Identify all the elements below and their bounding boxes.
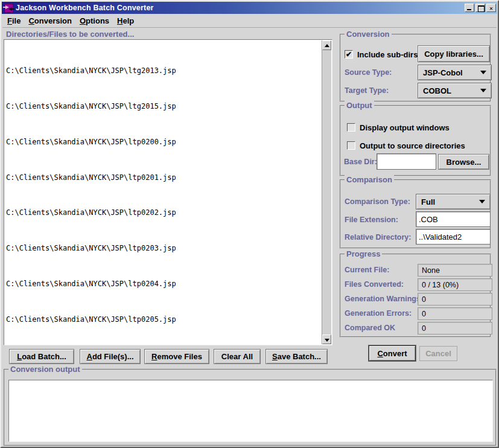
chevron-down-icon <box>479 200 485 203</box>
app-icon swap-arrows-icon <box>4 4 13 13</box>
source-type-select[interactable]: JSP-Cobol <box>418 65 492 80</box>
target-type-label: Target Type: <box>345 86 389 95</box>
menu-bar: File Conversion Options Help <box>2 14 497 28</box>
list-item[interactable]: C:\Clients\Skandia\NYCK\JSP\ltp0202.jsp <box>6 207 321 219</box>
app-window: Jackson Workbench Batch Converter File C… <box>0 0 499 448</box>
source-type-label: Source Type: <box>345 68 392 77</box>
load-batch-button[interactable]: Load Batch... <box>9 349 74 364</box>
file-extension-label: File Extension: <box>345 216 398 224</box>
current-file-value: None <box>418 264 492 277</box>
comparison-group-title: Comparison <box>345 175 394 184</box>
close-button close-icon[interactable] <box>486 4 496 12</box>
arrow-left-icon <box>8 7 12 11</box>
current-file-label: Current File: <box>345 266 389 274</box>
conversion-group-title: Conversion <box>345 30 392 39</box>
base-dir-label: Base Dir: <box>344 158 377 166</box>
browse-button[interactable]: Browse... <box>438 154 489 170</box>
cancel-button[interactable]: Cancel <box>419 346 457 361</box>
menu-help[interactable]: Help <box>117 16 134 25</box>
relative-directory-label: Relative Directory: <box>345 233 411 242</box>
file-list: C:\Clients\Skandia\NYCK\JSP\ltg2013.jsp … <box>6 42 321 344</box>
compared-ok-value: 0 <box>418 322 492 334</box>
file-listbox[interactable]: C:\Clients\Skandia\NYCK\JSP\ltg2013.jsp … <box>4 39 332 345</box>
generation-errors-label: Generation Errors: <box>345 309 412 318</box>
output-group-title: Output <box>345 101 374 110</box>
window-title: Jackson Workbench Batch Converter <box>16 4 154 12</box>
file-list-label: Directories/Files to be converted... <box>6 30 134 39</box>
comparison-type-value: Full <box>421 197 435 206</box>
list-item[interactable]: C:\Clients\Skandia\NYCK\JSP\ltp0204.jsp <box>6 278 321 290</box>
generation-warnings-value: 0 <box>418 293 492 306</box>
base-dir-input[interactable] <box>377 153 436 170</box>
menu-file[interactable]: File <box>7 16 21 25</box>
target-type-value: COBOL <box>423 86 451 95</box>
list-item[interactable]: C:\Clients\Skandia\NYCK\JSP\ltp0201.jsp <box>6 172 321 184</box>
target-type-select[interactable]: COBOL <box>418 83 492 98</box>
chevron-down-icon <box>480 89 486 92</box>
include-subdirs-checkbox[interactable]: ✔ <box>345 50 353 59</box>
generation-warnings-label: Generation Warnings: <box>345 295 423 303</box>
convert-button[interactable]: Convert <box>369 345 416 361</box>
output-source-checkbox[interactable] <box>347 141 355 150</box>
comparison-group: Comparison Comparison Type: Full File Ex… <box>340 179 491 249</box>
minimize-button minimize-icon[interactable] <box>465 4 474 12</box>
scroll-up-button chevron-up-icon[interactable] <box>322 40 331 50</box>
output-group: Output Display output windows Output to … <box>340 105 491 176</box>
display-output-label: Display output windows <box>360 123 450 132</box>
include-subdirs-label: Include sub-dirs <box>357 50 418 59</box>
progress-group-title: Progress <box>345 249 382 258</box>
generation-errors-value: 0 <box>418 307 492 320</box>
save-batch-button[interactable]: Save Batch... <box>265 349 328 364</box>
menu-options[interactable]: Options <box>80 16 109 25</box>
title-bar: Jackson Workbench Batch Converter <box>2 2 497 14</box>
chevron-down-icon <box>480 71 486 74</box>
compared-ok-label: Compared OK <box>345 324 395 332</box>
remove-files-button[interactable]: Remove Files <box>144 349 209 364</box>
list-item[interactable]: C:\Clients\Skandia\NYCK\JSP\ltp0203.jsp <box>6 243 321 255</box>
files-converted-value: 0 / 13 (0%) <box>418 278 492 291</box>
display-output-checkbox[interactable] <box>347 123 355 132</box>
conversion-output-title: Conversion output <box>8 365 82 374</box>
menu-conversion[interactable]: Conversion <box>28 16 72 25</box>
files-converted-label: Files Converted: <box>345 280 404 289</box>
source-type-value: JSP-Cobol <box>423 68 463 77</box>
add-files-button[interactable]: Add File(s)... <box>80 349 141 364</box>
clear-all-button[interactable]: Clear All <box>214 349 261 364</box>
scroll-down-button chevron-down-icon[interactable] <box>322 334 331 344</box>
copy-libraries-button[interactable]: Copy libraries... <box>418 45 490 62</box>
list-item[interactable]: C:\Clients\Skandia\NYCK\JSP\ltp0200.jsp <box>6 136 321 149</box>
relative-directory-input[interactable] <box>416 229 491 245</box>
conversion-group: Conversion ✔ Include sub-dirs Copy libra… <box>340 34 491 102</box>
list-item[interactable]: C:\Clients\Skandia\NYCK\JSP\ltg2013.jsp <box>6 65 321 77</box>
list-item[interactable]: C:\Clients\Skandia\NYCK\JSP\ltg2015.jsp <box>6 101 321 113</box>
file-extension-input[interactable] <box>416 211 491 227</box>
progress-group: Progress Current File: None Files Conver… <box>340 254 491 338</box>
conversion-output-group: Conversion output <box>4 369 497 446</box>
list-item[interactable]: C:\Clients\Skandia\NYCK\JSP\ltp0205.jsp <box>6 314 321 326</box>
vertical-scrollbar[interactable] <box>322 40 331 344</box>
comparison-type-label: Comparison Type: <box>345 197 410 206</box>
comparison-type-select[interactable]: Full <box>416 194 491 210</box>
maximize-button maximize-icon[interactable] <box>475 4 485 12</box>
output-source-label: Output to source directories <box>360 141 465 150</box>
conversion-output-textarea[interactable] <box>8 380 493 442</box>
